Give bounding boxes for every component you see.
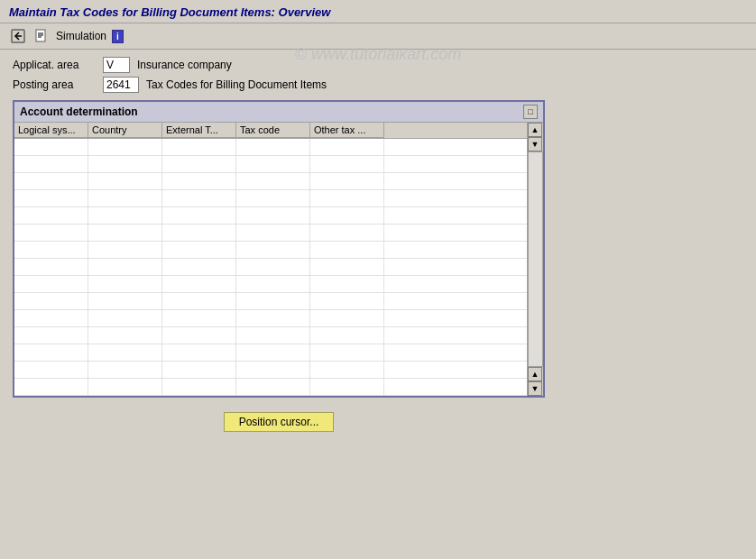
table-cell-external_t xyxy=(162,327,236,344)
table-cell-logical_sys xyxy=(14,139,88,155)
table-cell-external_t xyxy=(162,173,236,189)
table-row[interactable] xyxy=(14,310,527,327)
table-row[interactable] xyxy=(14,293,527,310)
table-row[interactable] xyxy=(14,362,527,379)
table-cell-external_t xyxy=(162,310,236,326)
table-row[interactable] xyxy=(14,207,527,225)
table-cell-logical_sys xyxy=(14,259,88,275)
table-cell-tax_code xyxy=(236,379,310,395)
table-cell-country xyxy=(88,327,162,344)
table-cell-country xyxy=(88,310,162,326)
table-cell-country xyxy=(88,242,162,258)
table-cell-tax_code xyxy=(236,293,310,309)
table-row[interactable] xyxy=(14,173,527,190)
table-cell-other_tax xyxy=(310,276,384,292)
scroll-down-button[interactable]: ▼ xyxy=(528,381,542,396)
account-determination-section: Account determination □ Logical sys... C… xyxy=(13,100,545,398)
position-cursor-button[interactable]: Position cursor... xyxy=(224,412,335,432)
table-cell-external_t xyxy=(162,344,236,361)
posting-area-label: Posting area xyxy=(13,78,103,91)
table-cell-logical_sys xyxy=(14,225,88,241)
table-row[interactable] xyxy=(14,190,527,207)
table-cell-country xyxy=(88,344,162,361)
button-row: Position cursor... xyxy=(13,412,545,432)
table-cell-country xyxy=(88,276,162,292)
table-cell-country xyxy=(88,207,162,224)
table-cell-external_t xyxy=(162,276,236,292)
table-cell-logical_sys xyxy=(14,293,88,309)
scroll-track xyxy=(528,151,543,367)
table-cell-tax_code xyxy=(236,327,310,344)
table-cell-country xyxy=(88,362,162,378)
back-icon[interactable] xyxy=(9,27,27,45)
table-cell-tax_code xyxy=(236,310,310,326)
table-cell-tax_code xyxy=(236,276,310,292)
title-bar: Maintain Tax Codes for Billing Document … xyxy=(0,0,756,23)
table-cell-logical_sys xyxy=(14,242,88,258)
col-header-external-t: External T... xyxy=(162,123,236,138)
table-row[interactable] xyxy=(14,379,527,396)
table-cell-external_t xyxy=(162,259,236,275)
table-cell-logical_sys xyxy=(14,379,88,395)
table-row[interactable] xyxy=(14,259,527,276)
table-cell-external_t xyxy=(162,139,236,155)
table-cell-country xyxy=(88,190,162,206)
table-wrapper: Logical sys... Country External T... Tax… xyxy=(14,123,543,396)
table-cell-other_tax xyxy=(310,259,384,275)
table-cell-country xyxy=(88,139,162,155)
table-row[interactable] xyxy=(14,242,527,259)
table-cell-other_tax xyxy=(310,344,384,361)
table-cell-other_tax xyxy=(310,310,384,326)
table-cell-other_tax xyxy=(310,156,384,172)
table-cell-other_tax xyxy=(310,379,384,395)
applic-area-value: V xyxy=(106,59,114,71)
table-cell-other_tax xyxy=(310,190,384,206)
section-title: Account determination xyxy=(20,105,138,118)
scroll-down-button-top[interactable]: ▼ xyxy=(528,137,542,151)
table-row[interactable] xyxy=(14,139,527,156)
table-cell-country xyxy=(88,379,162,395)
table-row[interactable] xyxy=(14,276,527,293)
vertical-scrollbar[interactable]: ▲ ▼ ▲ ▼ xyxy=(527,123,543,396)
col-header-country: Country xyxy=(88,123,162,138)
scroll-up-button[interactable]: ▲ xyxy=(528,123,542,137)
table-cell-tax_code xyxy=(236,139,310,155)
table-row[interactable] xyxy=(14,344,527,362)
posting-area-row: Posting area 2641 Tax Codes for Billing … xyxy=(13,77,743,93)
table-row[interactable] xyxy=(14,327,527,344)
posting-area-input[interactable]: 2641 xyxy=(103,77,139,93)
toolbar: Simulation i xyxy=(0,23,756,50)
col-header-logical-sys: Logical sys... xyxy=(14,123,88,138)
table-cell-tax_code xyxy=(236,259,310,275)
table-cell-country xyxy=(88,156,162,172)
section-expand-button[interactable]: □ xyxy=(523,105,538,119)
table-cell-other_tax xyxy=(310,362,384,378)
applic-area-row: Applicat. area V Insurance company xyxy=(13,57,743,73)
applic-area-input[interactable]: V xyxy=(103,57,130,73)
table-cell-logical_sys xyxy=(14,156,88,172)
table-row[interactable] xyxy=(14,225,527,242)
posting-area-value: 2641 xyxy=(106,78,131,91)
table-cell-external_t xyxy=(162,207,236,224)
table-cell-external_t xyxy=(162,293,236,309)
col-header-tax-code: Tax code xyxy=(236,123,310,138)
table-cell-tax_code xyxy=(236,156,310,172)
table-cell-external_t xyxy=(162,362,236,378)
table-cell-country xyxy=(88,225,162,241)
applic-area-label: Applicat. area xyxy=(13,59,103,71)
table-cell-country xyxy=(88,259,162,275)
table-cell-other_tax xyxy=(310,293,384,309)
section-header: Account determination □ xyxy=(14,102,543,123)
table-cell-logical_sys xyxy=(14,173,88,189)
table-cell-country xyxy=(88,293,162,309)
table-cell-other_tax xyxy=(310,242,384,258)
table-cell-logical_sys xyxy=(14,190,88,206)
table-cell-other_tax xyxy=(310,173,384,189)
table-row[interactable] xyxy=(14,156,527,173)
scroll-up-button-bottom[interactable]: ▲ xyxy=(528,367,542,381)
table-area: Logical sys... Country External T... Tax… xyxy=(14,123,527,396)
page-icon[interactable] xyxy=(32,27,51,45)
info-icon[interactable]: i xyxy=(112,30,124,43)
posting-area-text: Tax Codes for Billing Document Items xyxy=(146,78,327,91)
table-cell-other_tax xyxy=(310,225,384,241)
